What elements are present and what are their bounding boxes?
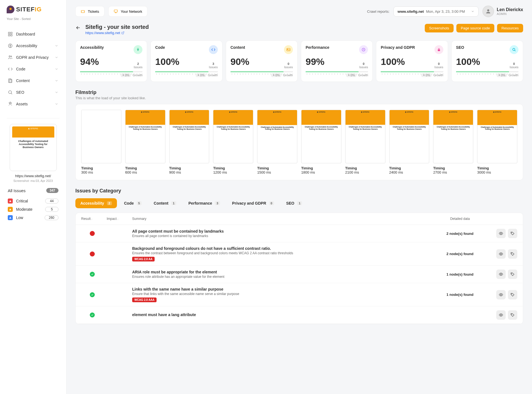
network-button[interactable]: Your Network xyxy=(108,6,148,17)
issue-row-critical[interactable]: Critical44 xyxy=(8,197,58,205)
card-performance[interactable]: Performance 99%0Issues 0%Growth xyxy=(301,40,373,82)
tickets-button[interactable]: Tickets xyxy=(75,6,104,17)
chevron-down-icon xyxy=(55,44,58,48)
svg-point-25 xyxy=(500,294,502,295)
card-icon xyxy=(284,45,293,54)
card-content[interactable]: Content 90%0Issues 0%Growth xyxy=(226,40,298,82)
card-privacy-and-gdpr[interactable]: Privacy and GDPR 100%0Issues 0%Growth xyxy=(376,40,448,82)
page-url[interactable]: https://www.sitefig.net xyxy=(85,31,149,35)
sparkline xyxy=(456,72,518,72)
seo-icon xyxy=(8,90,13,95)
filmstrip-frame[interactable]: ◐ SITEFIGChallenges of Automated Accessi… xyxy=(389,110,429,174)
svg-point-19 xyxy=(500,233,502,234)
screenshot-date: Screenshot: ma 03, Apr 2023 xyxy=(7,179,60,182)
card-seo[interactable]: SEO 100%0Issues 0%Growth xyxy=(451,40,523,82)
sparkline xyxy=(381,72,443,72)
nav-item-seo[interactable]: SEO xyxy=(0,87,66,98)
tab-content[interactable]: Content1 xyxy=(149,198,181,208)
svg-point-22 xyxy=(511,253,512,253)
view-button[interactable] xyxy=(496,290,506,299)
tab-accessibility[interactable]: Accessibility2 xyxy=(75,198,117,208)
status-dot xyxy=(90,251,95,256)
nav-item-dashboard[interactable]: Dashboard xyxy=(0,28,66,40)
page-title: Sitefig - your site sorted xyxy=(85,24,149,30)
tab-code[interactable]: Code5 xyxy=(119,198,147,208)
filmstrip-frame[interactable]: ◐ SITEFIGChallenges of Automated Accessi… xyxy=(345,110,385,174)
view-button[interactable] xyxy=(496,310,506,320)
screenshots-button[interactable]: Screenshots xyxy=(425,24,454,32)
view-button[interactable] xyxy=(496,229,506,238)
svg-point-23 xyxy=(500,274,502,275)
page-source-code-button[interactable]: Page source code xyxy=(456,24,494,32)
col-result[interactable]: Result↓ xyxy=(81,217,103,221)
nav-item-assets[interactable]: Assets xyxy=(0,98,66,110)
resources-button[interactable]: Resources xyxy=(497,24,523,32)
external-link-icon xyxy=(121,31,124,34)
filmstrip-frame[interactable]: ◐ SITEFIGChallenges of Automated Accessi… xyxy=(433,110,473,174)
tag-button[interactable] xyxy=(508,270,517,279)
tag-button[interactable] xyxy=(508,310,517,320)
svg-point-12 xyxy=(487,9,489,11)
nav-item-content[interactable]: Content xyxy=(0,75,66,87)
card-code[interactable]: Code 100%3Issues 0%Growth xyxy=(150,40,222,82)
status-dot xyxy=(90,231,95,236)
svg-point-26 xyxy=(511,294,512,294)
filmstrip-frame[interactable]: ◐ SITEFIGChallenges of Automated Accessi… xyxy=(257,110,297,174)
tag-button[interactable] xyxy=(508,290,517,299)
filmstrip-frame[interactable]: ◐ SITEFIGChallenges of Automated Accessi… xyxy=(477,110,517,174)
filmstrip: Timing300 ms◐ SITEFIGChallenges of Autom… xyxy=(75,104,523,180)
severity-icon xyxy=(8,207,13,212)
sidebar: SITEFIG Your Site - Sorted DashboardAcce… xyxy=(0,0,66,394)
screenshot-thumb[interactable]: ◐ SITEFIG Challenges of Automated Access… xyxy=(10,124,57,171)
filmstrip-frame[interactable]: Timing300 ms xyxy=(81,110,121,174)
svg-rect-1 xyxy=(11,32,12,34)
col-impact[interactable]: Impact↓ xyxy=(107,217,129,221)
assets-icon xyxy=(8,101,13,106)
table-row: Background and foreground colours do not… xyxy=(76,242,523,266)
filmstrip-frame[interactable]: ◐ SITEFIGChallenges of Automated Accessi… xyxy=(213,110,253,174)
card-icon xyxy=(359,45,368,54)
crawl-select[interactable]: www.sitefig.net Mon, Apr 3, 23, 3:00 PM xyxy=(393,6,479,17)
issue-row-moderate[interactable]: Moderate5 xyxy=(8,205,58,213)
chevron-down-icon xyxy=(55,102,58,106)
svg-point-18 xyxy=(513,48,515,50)
nav-item-code[interactable]: Code xyxy=(0,63,66,75)
nav-item-accessibility[interactable]: Accessibility xyxy=(0,40,66,52)
logo[interactable]: SITEFIG xyxy=(0,6,66,17)
page-header: Sitefig - your site sorted https://www.s… xyxy=(75,24,523,35)
table-row: ARIA role must be appropriate for the el… xyxy=(76,266,523,283)
issue-row-low[interactable]: Low260 xyxy=(8,213,58,222)
svg-point-10 xyxy=(9,91,12,94)
card-icon xyxy=(209,45,218,54)
status-dot xyxy=(90,272,95,277)
tag-button[interactable] xyxy=(508,229,517,238)
svg-point-28 xyxy=(511,314,512,314)
tab-performance[interactable]: Performance3 xyxy=(183,198,225,208)
view-button[interactable] xyxy=(496,270,506,279)
nav-item-gdpr-and-privacy[interactable]: GDPR and Privacy xyxy=(0,52,66,63)
svg-point-13 xyxy=(138,48,139,49)
chevron-down-icon xyxy=(55,55,58,59)
user-name: Len Dierickx xyxy=(497,7,523,12)
monitor-icon xyxy=(114,9,118,14)
accessibility-icon xyxy=(8,43,13,48)
divider xyxy=(7,118,60,118)
svg-rect-9 xyxy=(9,80,12,83)
tag-button[interactable] xyxy=(508,249,517,259)
svg-rect-17 xyxy=(438,49,440,51)
view-button[interactable] xyxy=(496,249,506,259)
svg-rect-2 xyxy=(8,35,10,36)
user-menu[interactable]: Len Dierickx ADMIN xyxy=(482,6,523,17)
sparkline xyxy=(231,72,293,72)
issues-table: Result↓ Impact↓ Summary Detailed data Al… xyxy=(75,213,523,324)
filmstrip-frame[interactable]: ◐ SITEFIGChallenges of Automated Accessi… xyxy=(169,110,209,174)
card-accessibility[interactable]: Accessibility 94%2Issues 0%Growth xyxy=(75,40,147,82)
table-row: Links with the same name have a similar … xyxy=(76,283,523,306)
tab-seo[interactable]: SEO1 xyxy=(281,198,307,208)
tab-privacy-and-gdpr[interactable]: Privacy and GDPR0 xyxy=(227,198,279,208)
back-button[interactable] xyxy=(75,25,81,30)
filmstrip-frame[interactable]: ◐ SITEFIGChallenges of Automated Accessi… xyxy=(301,110,341,174)
svg-point-27 xyxy=(500,314,502,316)
svg-point-6 xyxy=(9,56,11,57)
filmstrip-frame[interactable]: ◐ SITEFIGChallenges of Automated Accessi… xyxy=(125,110,165,174)
